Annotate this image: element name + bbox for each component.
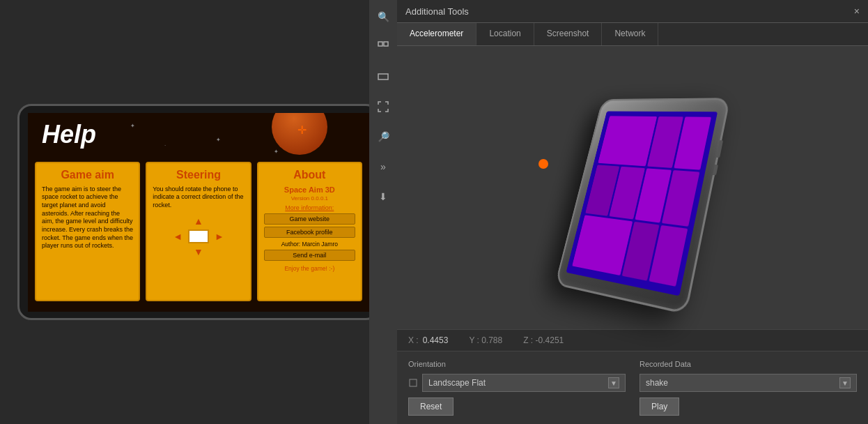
crosshair-icon: ✛: [297, 123, 307, 137]
steering-arrows: ◄ ►: [173, 229, 224, 243]
game-aim-card: Game aim The game aim is to steer the sp…: [35, 162, 140, 301]
facebook-profile-button[interactable]: Facebook profile: [264, 227, 355, 238]
recorded-data-label: Recorded Data: [640, 360, 857, 368]
phone-screen-3d: [566, 112, 718, 296]
x-value: X : 0.4453: [408, 335, 448, 345]
zoom-icon[interactable]: 🔎: [373, 127, 393, 146]
about-title: About: [264, 169, 355, 181]
search-icon[interactable]: 🔍: [373, 7, 393, 26]
accelerometer-content: X : 0.4453 Y : 0.788 Z : -0.4251 Orienta…: [397, 46, 868, 424]
orientation-label: Orientation: [408, 360, 626, 368]
values-bar: X : 0.4453 Y : 0.788 Z : -0.4251: [397, 329, 868, 351]
game-aim-title: Game aim: [42, 169, 133, 181]
resize2-icon[interactable]: [373, 67, 393, 86]
tile-1: [598, 116, 656, 166]
orientation-dropdown[interactable]: Landscape Flat ▼: [422, 374, 626, 392]
x-number: 0.4453: [423, 335, 449, 345]
orientation-value: Landscape Flat: [428, 378, 486, 388]
svg-rect-0: [378, 42, 382, 46]
help-title: Help: [42, 120, 96, 149]
orientation-file-icon: [408, 378, 418, 388]
about-card: About Space Aim 3D Version 0.0.0.1 More …: [257, 162, 362, 301]
game-website-button[interactable]: Game website: [264, 213, 355, 225]
z-label: Z : -0.4251: [523, 335, 564, 345]
about-subtitle: Space Aim 3D: [264, 186, 355, 194]
phone-3d: [555, 98, 730, 315]
recorded-data-group: Recorded Data shake ▼ Play: [640, 360, 857, 416]
tile-10: [649, 225, 688, 287]
tab-screenshot[interactable]: Screenshot: [534, 23, 603, 45]
tab-accelerometer[interactable]: Accelerometer: [397, 23, 476, 45]
close-button[interactable]: ×: [854, 6, 860, 17]
svg-rect-3: [410, 379, 417, 386]
steering-title: Steering: [153, 169, 244, 181]
tile-12: [596, 273, 619, 278]
steering-text: You should rotate the phone to indicate …: [153, 186, 244, 210]
orientation-group: Orientation Landscape Flat ▼ Reset: [408, 360, 626, 416]
tabs-bar: Accelerometer Location Screenshot Networ…: [397, 23, 868, 46]
bottom-controls: Orientation Landscape Flat ▼ Reset Recor…: [397, 351, 868, 424]
orientation-row: Landscape Flat ▼: [408, 374, 626, 392]
recorded-data-value: shake: [646, 378, 668, 388]
resize1-icon[interactable]: [373, 37, 393, 56]
more-icon[interactable]: »: [373, 157, 393, 176]
y-value: Y : 0.788: [469, 335, 502, 345]
right-panel: Additional Tools × Accelerometer Locatio…: [397, 0, 868, 424]
side-button: [716, 140, 723, 158]
svg-rect-2: [378, 74, 388, 80]
cards-container: Game aim The game aim is to steer the sp…: [35, 162, 362, 301]
volume-button: [713, 165, 718, 175]
fullscreen-icon[interactable]: [373, 97, 393, 116]
send-email-button[interactable]: Send e-mail: [264, 250, 355, 261]
about-version: Version 0.0.0.1: [264, 195, 355, 202]
phone-3d-area: [397, 46, 868, 329]
steering-visual: ▲ ◄ ► ▼: [153, 215, 244, 257]
orientation-dropdown-arrow[interactable]: ▼: [608, 377, 619, 388]
arrow-left: ◄: [173, 231, 183, 242]
recorded-data-dropdown-arrow[interactable]: ▼: [839, 377, 851, 388]
recorded-data-dropdown[interactable]: shake ▼: [640, 374, 857, 392]
enjoy-label: Enjoy the game! :-): [264, 265, 355, 272]
tile-8: [572, 215, 632, 275]
phone-body: [555, 98, 730, 315]
svg-rect-1: [384, 42, 388, 46]
tab-network[interactable]: Network: [602, 23, 658, 45]
z-value: Z : -0.4251: [523, 335, 564, 345]
phone-3d-container: [521, 76, 744, 299]
left-panel: ✦ ✦ ✦ ✦ ✦ · · ✛ Help Game aim The game a…: [0, 0, 397, 424]
tile-9: [621, 222, 659, 281]
arrow-right: ►: [215, 231, 224, 242]
y-label: Y : 0.788: [469, 335, 502, 345]
recorded-data-row: shake ▼: [640, 374, 857, 392]
phone-screen: ✦ ✦ ✦ ✦ ✦ · · ✛ Help Game aim The game a…: [28, 113, 369, 312]
tile-7: [662, 170, 700, 227]
right-panel-header: Additional Tools ×: [397, 0, 868, 23]
x-label: X :: [408, 335, 419, 345]
play-button[interactable]: Play: [640, 397, 679, 416]
author-label: Author: Marcin Jamro: [264, 241, 355, 248]
phone-icon-rect: [188, 229, 209, 243]
right-panel-title: Additional Tools: [405, 6, 469, 17]
more-info-label: More information:: [264, 204, 355, 211]
steering-card: Steering You should rotate the phone to …: [146, 162, 251, 301]
phone-frame: ✦ ✦ ✦ ✦ ✦ · · ✛ Help Game aim The game a…: [17, 104, 380, 320]
game-aim-text: The game aim is to steer the space rocke…: [42, 186, 133, 251]
reset-button[interactable]: Reset: [408, 397, 454, 416]
side-toolbar: 🔍 🔎 » ⬇: [369, 0, 397, 424]
arrow-down: ▼: [194, 246, 203, 257]
tab-location[interactable]: Location: [476, 23, 534, 45]
download-icon[interactable]: ⬇: [373, 187, 393, 206]
arrow-up: ▲: [194, 215, 203, 227]
